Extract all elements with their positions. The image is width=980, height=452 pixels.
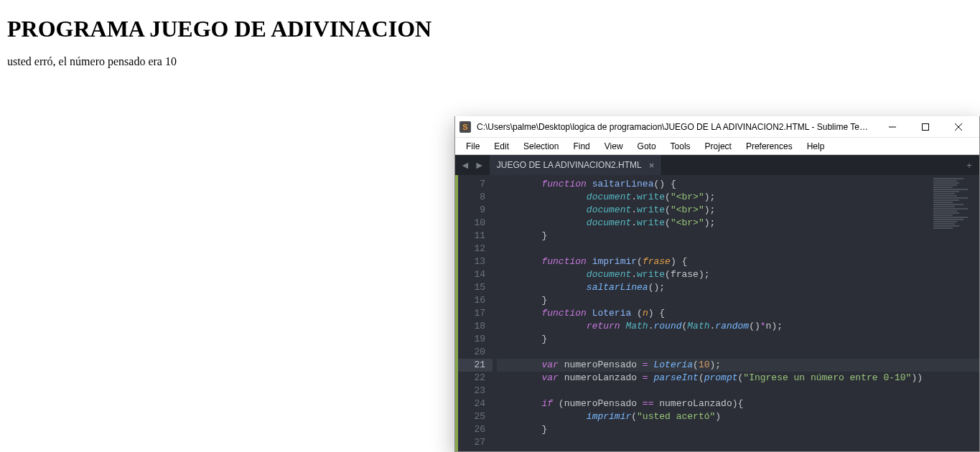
close-icon[interactable]: × [649,160,655,171]
menu-item-help[interactable]: Help [801,140,831,153]
page-message: usted erró, el número pensado era 10 [7,55,973,68]
code-editor[interactable]: 7891011121314151617181920212223242526272… [455,175,979,451]
sublime-app-icon: S [459,121,471,133]
line-number-gutter: 7891011121314151617181920212223242526272… [458,175,493,451]
tab-bar: ◄ ► JUEGO DE LA ADIVINACION2.HTML × + [455,155,979,175]
menu-item-selection[interactable]: Selection [517,140,565,153]
tab-next-icon[interactable]: ► [472,159,487,171]
svg-rect-1 [923,123,929,130]
menu-item-goto[interactable]: Goto [631,140,663,153]
menu-item-tools[interactable]: Tools [664,140,697,153]
window-titlebar[interactable]: S C:\Users\palme\Desktop\logica de progr… [455,116,979,138]
menu-item-view[interactable]: View [598,140,630,153]
file-tab[interactable]: JUEGO DE LA ADIVINACION2.HTML × [490,155,663,175]
menu-item-find[interactable]: Find [566,140,596,153]
code-area[interactable]: function saltarLinea() { document.write(… [493,175,979,451]
tab-nav: ◄ ► [455,155,490,175]
maximize-button[interactable] [909,116,942,138]
close-button[interactable] [942,116,975,138]
window-controls [876,116,975,138]
minimap[interactable] [933,178,976,264]
browser-output-page: PROGRAMA JUEGO DE ADIVINACION usted erró… [0,0,980,75]
sublime-text-window: S C:\Users\palme\Desktop\logica de progr… [454,116,980,452]
tab-label: JUEGO DE LA ADIVINACION2.HTML [497,160,642,170]
menu-item-project[interactable]: Project [699,140,738,153]
minimize-button[interactable] [876,116,909,138]
new-tab-button[interactable]: + [959,155,979,175]
page-title: PROGRAMA JUEGO DE ADIVINACION [7,16,973,42]
menu-item-preferences[interactable]: Preferences [739,140,799,153]
tab-prev-icon[interactable]: ◄ [458,159,472,171]
menu-bar: FileEditSelectionFindViewGotoToolsProjec… [455,138,979,155]
window-title: C:\Users\palme\Desktop\logica de program… [477,122,870,132]
menu-item-edit[interactable]: Edit [487,140,515,153]
menu-item-file[interactable]: File [459,140,486,153]
